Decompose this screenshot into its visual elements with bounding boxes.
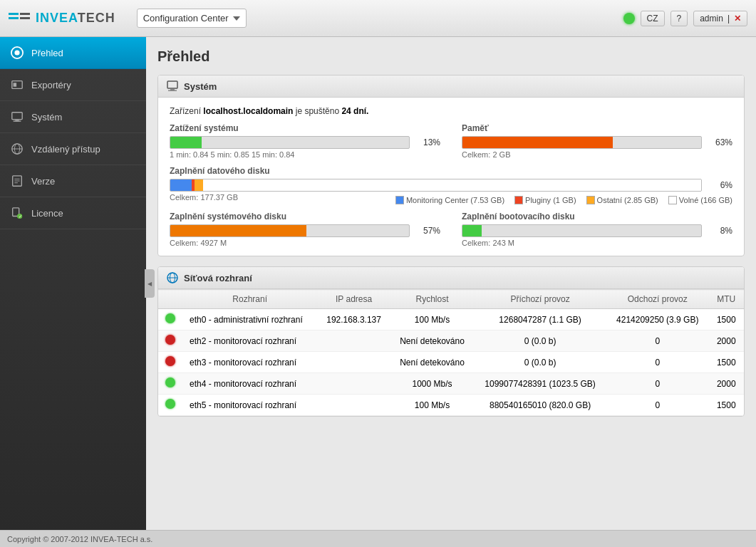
network-table: Rozhraní IP adresa Rychlost Příchozí pro… bbox=[158, 289, 744, 416]
col-header-incoming: Příchozí provoz bbox=[474, 290, 606, 309]
row-ip bbox=[317, 373, 390, 395]
ram-progress-row: 63% bbox=[462, 136, 732, 149]
cpu-sub: 1 min: 0.84 5 min: 0.85 15 min: 0.84 bbox=[170, 150, 440, 159]
main-layout: Přehled Exportéry Systém bbox=[0, 37, 756, 530]
disk-sys-bar bbox=[170, 225, 306, 236]
row-status bbox=[158, 330, 182, 352]
cpu-progress-bar bbox=[170, 137, 202, 148]
legend-box-monitoring bbox=[395, 196, 404, 204]
disk-data-label: Zaplnění datového disku bbox=[170, 166, 732, 176]
row-status bbox=[158, 352, 182, 373]
sidebar-item-verze[interactable]: Verze bbox=[0, 165, 146, 197]
legend-label-monitoring: Monitoring Center (7.53 GB) bbox=[406, 196, 504, 204]
sidebar-label-licence: Licence bbox=[31, 208, 63, 219]
cpu-progress-container bbox=[170, 136, 410, 149]
legend-free: Volné (166 GB) bbox=[668, 196, 732, 204]
ram-metric: Paměť 63% Celkem: 2 GB bbox=[462, 123, 732, 159]
row-mtu: 1500 bbox=[708, 352, 744, 373]
svg-rect-2 bbox=[20, 13, 30, 15]
col-header-outgoing: Odchozí provoz bbox=[606, 290, 708, 309]
disk-boot-label: Zaplnění bootovacího disku bbox=[462, 212, 732, 222]
row-interface: eth0 - administrativní rozhraní bbox=[182, 309, 317, 330]
admin-label: admin bbox=[700, 14, 723, 24]
svg-rect-1 bbox=[9, 17, 19, 19]
table-row: eth3 - monitorovací rozhraní Není deteko… bbox=[158, 352, 744, 373]
row-outgoing: 0 bbox=[606, 352, 708, 373]
licence-icon: ✓ bbox=[10, 206, 24, 220]
system-panel-body: Zařízení localhost.localdomain je spuště… bbox=[158, 98, 744, 256]
overview-icon bbox=[10, 46, 24, 60]
sidebar-item-licence[interactable]: ✓ Licence bbox=[0, 197, 146, 229]
row-ip bbox=[317, 352, 390, 373]
sidebar-label-exportery: Exportéry bbox=[31, 80, 71, 90]
row-speed: Není detekováno bbox=[390, 352, 474, 373]
status-dot bbox=[165, 356, 175, 366]
disk-seg-monitoring bbox=[170, 179, 192, 191]
disk-sys-progress-row: 57% bbox=[170, 224, 440, 237]
sidebar-label-verze: Verze bbox=[31, 176, 55, 187]
logo-icon bbox=[9, 10, 31, 27]
disk-boot-sub: Celkem: 243 M bbox=[462, 239, 732, 247]
page-title: Přehled bbox=[157, 48, 745, 65]
system-icon bbox=[10, 110, 24, 124]
chevron-down-icon bbox=[233, 16, 240, 21]
disk-sys-pct: 57% bbox=[415, 226, 440, 236]
sidebar-item-exportery[interactable]: Exportéry bbox=[0, 69, 146, 101]
table-row: eth4 - monitorovací rozhraní 1000 Mb/s 1… bbox=[158, 373, 744, 395]
network-table-body: eth0 - administrativní rozhraní 192.168.… bbox=[158, 309, 744, 416]
disk-boot-bar bbox=[462, 225, 482, 236]
header-right: CZ ? admin | ✕ bbox=[623, 11, 748, 26]
sidebar-item-system[interactable]: Systém bbox=[0, 101, 146, 133]
table-row: eth2 - monitorovací rozhraní Není deteko… bbox=[158, 330, 744, 352]
admin-bar: admin | ✕ bbox=[693, 11, 747, 26]
sidebar-collapse-handle[interactable] bbox=[145, 269, 155, 298]
separator: | bbox=[727, 14, 730, 24]
sidebar-item-vzdaleny[interactable]: Vzdálený přístup bbox=[0, 133, 146, 165]
disk-legend: Monitoring Center (7.53 GB) Pluginy (1 G… bbox=[395, 196, 732, 204]
row-mtu: 2000 bbox=[708, 330, 744, 352]
ram-progress-container bbox=[462, 136, 702, 149]
legend-label-plugins: Pluginy (1 GB) bbox=[525, 196, 576, 204]
logout-button[interactable]: ✕ bbox=[734, 14, 741, 24]
row-status bbox=[158, 309, 182, 330]
svg-rect-10 bbox=[14, 120, 21, 121]
row-mtu: 1500 bbox=[708, 309, 744, 330]
cpu-label: Zatížení systému bbox=[170, 123, 440, 133]
status-dot bbox=[165, 313, 175, 323]
cpu-metric: Zatížení systému 13% 1 min: 0.84 5 min: … bbox=[170, 123, 440, 159]
svg-rect-3 bbox=[20, 17, 30, 19]
ram-sub: Celkem: 2 GB bbox=[462, 150, 732, 159]
config-dropdown[interactable]: Configuration Center bbox=[137, 9, 247, 28]
sidebar-label-system: Systém bbox=[31, 112, 62, 123]
lang-button[interactable]: CZ bbox=[641, 11, 665, 26]
svg-rect-21 bbox=[167, 81, 177, 88]
sidebar-item-prehled[interactable]: Přehled bbox=[0, 37, 146, 69]
disk-boot-metric: Zaplnění bootovacího disku 8% Celkem: 24… bbox=[462, 212, 732, 247]
row-outgoing: 0 bbox=[606, 395, 708, 416]
row-ip bbox=[317, 395, 390, 416]
svg-rect-8 bbox=[12, 113, 22, 120]
system-panel-icon bbox=[167, 80, 178, 92]
row-ip bbox=[317, 330, 390, 352]
disk-sys-sub: Celkem: 4927 M bbox=[170, 239, 440, 247]
col-header-mtu: MTU bbox=[708, 290, 744, 309]
legend-monitoring: Monitoring Center (7.53 GB) bbox=[395, 196, 504, 204]
row-incoming: 0 (0.0 b) bbox=[474, 352, 606, 373]
help-button[interactable]: ? bbox=[670, 11, 688, 26]
svg-rect-0 bbox=[9, 13, 19, 15]
legend-other: Ostatní (2.85 GB) bbox=[586, 196, 658, 204]
col-header-interface: Rozhraní bbox=[182, 290, 317, 309]
disk-seg-free bbox=[203, 179, 701, 191]
copyright-text: Copyright © 2007-2012 INVEA-TECH a.s. bbox=[7, 535, 152, 543]
sidebar-label-prehled: Přehled bbox=[31, 48, 63, 58]
row-incoming: 1268047287 (1.1 GB) bbox=[474, 309, 606, 330]
network-panel-body: Rozhraní IP adresa Rychlost Příchozí pro… bbox=[158, 289, 744, 416]
logo-text: INVEATECH bbox=[36, 11, 115, 26]
remote-icon bbox=[10, 142, 24, 156]
table-row: eth5 - monitorovací rozhraní 100 Mb/s 88… bbox=[158, 395, 744, 416]
footer: Copyright © 2007-2012 INVEA-TECH a.s. bbox=[0, 530, 756, 547]
row-ip: 192.168.3.137 bbox=[317, 309, 390, 330]
row-speed: 1000 Mb/s bbox=[390, 373, 474, 395]
svg-rect-23 bbox=[168, 90, 177, 92]
col-header-ip: IP adresa bbox=[317, 290, 390, 309]
